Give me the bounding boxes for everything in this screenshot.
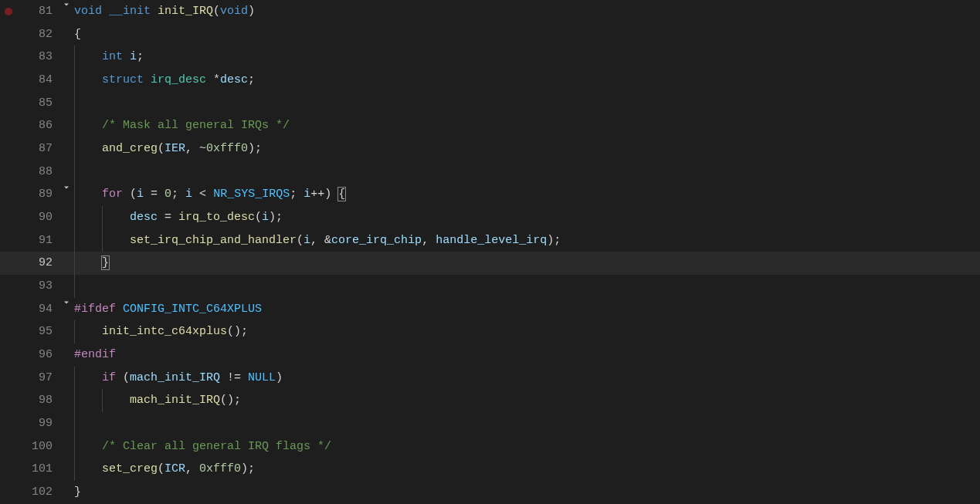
token: != [220,371,248,384]
code-line[interactable]: 94#ifdef CONFIG_INTC_C64XPLUS [0,298,980,321]
code-content[interactable]: { [74,23,81,46]
token: ) [248,5,255,18]
token: #ifdef [74,303,116,316]
breakpoint-indicator[interactable] [5,8,12,15]
code-line[interactable]: 84struct irq_desc *desc; [0,69,980,92]
line-number[interactable]: 83 [0,46,59,69]
line-number[interactable]: 99 [0,412,59,435]
indent-guides [74,46,102,69]
indent-guides [74,275,102,298]
line-number[interactable]: 82 [0,23,59,46]
line-number[interactable]: 89 [0,183,59,206]
fold-toggle-icon[interactable] [59,0,74,9]
line-number[interactable]: 100 [0,435,59,458]
line-number[interactable]: 92 [0,252,59,275]
code-line[interactable]: 87and_creg(IER, ~0xfff0); [0,137,980,161]
token: desc [220,73,248,86]
line-number[interactable]: 95 [0,320,59,343]
code-content[interactable]: if (mach_init_IRQ != NULL) [102,367,283,390]
token: ICR [164,462,185,475]
token: desc [130,211,158,224]
token: ++) [310,188,338,201]
fold-toggle-icon[interactable] [59,298,74,307]
code-line[interactable]: 89for (i = 0; i < NR_SYS_IRQS; i++) { [0,183,980,206]
line-number[interactable]: 90 [0,206,59,229]
code-content[interactable]: /* Mask all general IRQs */ [102,114,290,137]
code-content[interactable]: set_irq_chip_and_handler(i, &core_irq_ch… [130,229,561,252]
code-line[interactable]: 81void __init init_IRQ(void) [0,0,980,23]
code-content[interactable]: for (i = 0; i < NR_SYS_IRQS; i++) { [102,183,345,206]
token: NULL [248,371,276,384]
code-content[interactable]: #ifdef CONFIG_INTC_C64XPLUS [74,298,262,321]
code-line[interactable]: 99 [0,412,980,435]
code-line[interactable]: 88 [0,161,980,184]
line-number[interactable]: 91 [0,229,59,252]
code-content[interactable]: } [74,481,81,504]
code-line[interactable]: 97if (mach_init_IRQ != NULL) [0,367,980,390]
indent-guides [74,458,102,481]
line-number[interactable]: 88 [0,161,59,184]
token: ); [248,142,262,155]
line-number[interactable]: 87 [0,137,59,161]
token: = [158,211,178,224]
code-line[interactable]: 83int i; [0,46,980,69]
code-editor[interactable]: 81void __init init_IRQ(void)82{83int i;8… [0,0,980,504]
token: /* Clear all general IRQ flags */ [102,440,331,453]
token [116,303,123,316]
code-line[interactable]: 86/* Mask all general IRQs */ [0,114,980,137]
code-line[interactable]: 93 [0,275,980,298]
code-content[interactable]: #endif [74,343,116,367]
code-content[interactable]: init_intc_c64xplus(); [102,320,248,343]
token: ( [158,142,164,155]
code-content[interactable]: int i; [102,46,144,69]
token: i [262,211,269,224]
code-content[interactable]: mach_init_IRQ(); [130,389,241,412]
code-content[interactable]: struct irq_desc *desc; [102,69,255,92]
token [144,73,151,86]
token: handle_level_irq [436,234,547,247]
line-number[interactable]: 102 [0,481,59,504]
fold-toggle-icon[interactable] [59,183,74,192]
code-line[interactable]: 90desc = irq_to_desc(i); [0,206,980,229]
token: = [144,188,164,201]
code-content[interactable]: set_creg(ICR, 0xfff0); [102,458,255,481]
code-content[interactable]: desc = irq_to_desc(i); [130,206,283,229]
line-number[interactable]: 97 [0,367,59,390]
code-line[interactable]: 92} [0,252,980,275]
code-line[interactable]: 91set_irq_chip_and_handler(i, &core_irq_… [0,229,980,252]
line-number[interactable]: 101 [0,458,59,481]
code-line[interactable]: 101set_creg(ICR, 0xfff0); [0,458,980,481]
code-content[interactable]: /* Clear all general IRQ flags */ [102,435,331,458]
token: ; [171,188,185,201]
indent-guides [74,161,102,184]
token: , & [310,234,331,247]
code-content[interactable]: } [102,252,109,275]
token: void [74,5,102,18]
token: irq_desc [151,73,206,86]
indent-guides [74,92,102,115]
code-line[interactable]: 102} [0,481,980,504]
code-line[interactable]: 95init_intc_c64xplus(); [0,320,980,343]
line-number[interactable]: 81 [0,0,59,23]
code-line[interactable]: 98mach_init_IRQ(); [0,389,980,412]
token [123,50,130,63]
code-line[interactable]: 85 [0,92,980,115]
indent-guides [74,412,102,435]
code-content[interactable]: void __init init_IRQ(void) [74,0,255,23]
code-line[interactable]: 96#endif [0,343,980,367]
code-line[interactable]: 82{ [0,23,980,46]
token: set_creg [102,462,158,475]
indent-guides [74,229,130,252]
line-number[interactable]: 86 [0,114,59,137]
line-number[interactable]: 93 [0,275,59,298]
line-number[interactable]: 98 [0,389,59,412]
code-content[interactable]: and_creg(IER, ~0xfff0); [102,137,262,161]
token: NR_SYS_IRQS [213,188,290,201]
line-number[interactable]: 85 [0,92,59,115]
line-number[interactable]: 94 [0,298,59,321]
code-line[interactable]: 100/* Clear all general IRQ flags */ [0,435,980,458]
line-number[interactable]: 96 [0,343,59,367]
token: i [303,188,310,201]
line-number[interactable]: 84 [0,69,59,92]
token: ( [123,188,137,201]
